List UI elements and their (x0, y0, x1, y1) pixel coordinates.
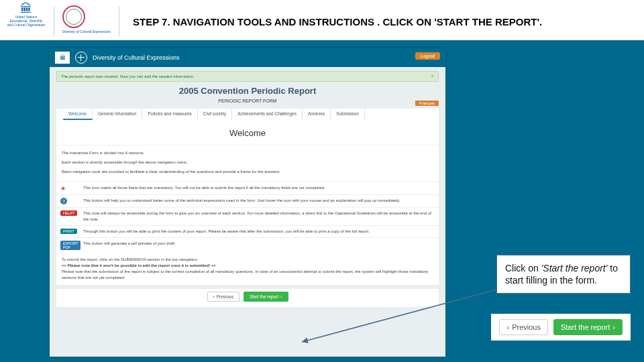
divider (119, 7, 119, 36)
intro-section: The interactive Form is divided into 6 s… (56, 145, 439, 182)
alert-text: The periodic report was created. Now you… (61, 74, 195, 78)
table-row: HELP? This note will always be accessibl… (56, 207, 439, 225)
success-alert: The periodic report was created. Now you… (56, 71, 439, 82)
intro-line: The interactive Form is divided into 6 s… (62, 149, 433, 156)
submit-warning: >> Please note that it won't be possible… (62, 263, 433, 269)
globe-icon (62, 5, 85, 28)
divider (54, 7, 54, 36)
chevron-left-icon: ‹ (213, 294, 215, 299)
zoom-previous-button[interactable]: ‹ Previous (499, 319, 547, 335)
zoom-prev-label: Previous (512, 323, 541, 331)
tool-desc: Through this button you will be able to … (83, 226, 439, 237)
close-icon[interactable]: × (431, 73, 434, 79)
tab-policies[interactable]: Policies and measures (142, 109, 197, 120)
unesco-mini-icon: 🏛 (55, 52, 70, 64)
print-badge: PRINT (60, 229, 77, 234)
help-badge: HELP? (60, 210, 77, 216)
tab-annexes[interactable]: Annexes (303, 109, 331, 120)
tool-desc: This icon marks all those fields that ar… (83, 182, 439, 194)
table-row: PRINT Through this button you will be ab… (56, 225, 439, 237)
globe-mini-icon (75, 52, 87, 64)
question-icon: ? (60, 198, 67, 204)
table-row: ? This button will help you to understan… (56, 194, 439, 207)
language-button[interactable]: Français (415, 101, 439, 106)
prev-label: Previous (217, 294, 233, 299)
tab-row: Welcome General Information Policies and… (56, 109, 439, 120)
zoomed-nav-buttons: ‹ Previous Start the report › (491, 314, 631, 341)
logo-block: 🏛 United Nations Educational, Scientific… (0, 0, 129, 40)
tool-desc: This button will generate a pdf preview … (83, 238, 439, 253)
tab-general[interactable]: General Information (93, 109, 142, 120)
zoom-start-report-button[interactable]: Start the report › (553, 319, 623, 335)
callout-box: Click on 'Start the report' to start fil… (496, 255, 631, 294)
tab-submission[interactable]: Submission (331, 109, 365, 120)
tab-welcome[interactable]: Welcome (63, 109, 93, 120)
tab-civil[interactable]: Civil society (198, 109, 232, 120)
tab-achievements[interactable]: Achievements and Challenges (232, 109, 303, 120)
chevron-right-icon: › (612, 323, 615, 331)
submit-section: To submit the report, click on the SUBMI… (56, 253, 439, 285)
report-title: 2005 Convention Periodic Report (50, 86, 445, 96)
zoom-start-label: Start the report (561, 323, 610, 331)
globe-caption: Diversity of Cultural Expressions (62, 29, 111, 34)
submit-line: Please note that the submission of the r… (62, 269, 433, 281)
slide-title: STEP 7. NAVIGATION TOOLS AND INSTRUCTION… (129, 0, 542, 27)
globe-logo-block: Diversity of Cultural Expressions (62, 4, 111, 36)
start-label: Start the report (250, 294, 278, 299)
tabs: Welcome General Information Policies and… (63, 109, 432, 120)
submit-line: To submit the report, click on the SUBMI… (62, 257, 433, 263)
start-report-button[interactable]: Start the report › (244, 292, 288, 302)
nav-buttons: ‹ Previous Start the report › (56, 289, 439, 307)
star-icon: ★ (60, 185, 66, 192)
callout-text-1: Click on (505, 263, 541, 274)
unesco-caption: United Nations Educational, Scientific a… (7, 15, 46, 27)
callout-em: 'Start the report' (541, 263, 608, 274)
previous-button[interactable]: ‹ Previous (207, 292, 239, 302)
table-row: EXPORT PDF This button will generate a p… (56, 237, 439, 253)
unesco-logo: 🏛 United Nations Educational, Scientific… (7, 4, 46, 35)
embedded-screenshot: 🏛 Diversity of Cultural Expressions Logo… (50, 48, 445, 357)
table-row: ★ This icon marks all those fields that … (56, 182, 439, 194)
welcome-heading: Welcome (56, 120, 439, 145)
chevron-left-icon: ‹ (506, 323, 509, 331)
slide-header: 🏛 United Nations Educational, Scientific… (0, 0, 644, 40)
tools-table: ★ This icon marks all those fields that … (56, 182, 439, 253)
chevron-right-icon: › (280, 294, 282, 299)
report-subtitle: PERIODIC REPORT FORM (50, 99, 445, 103)
site-brand: Diversity of Cultural Expressions (93, 54, 180, 61)
unesco-temple-icon: 🏛 (20, 4, 32, 13)
tool-desc: This note will always be accessible duri… (83, 208, 439, 225)
intro-line: Basic navigation tools are provided to f… (62, 168, 433, 175)
export-badge: EXPORT PDF (60, 241, 80, 250)
site-header: 🏛 Diversity of Cultural Expressions Logo… (50, 48, 445, 67)
tool-desc: This button will help you to understand … (83, 195, 439, 207)
intro-line: Each section is directly accessible thro… (62, 159, 433, 166)
logout-button[interactable]: Logout (415, 52, 440, 60)
